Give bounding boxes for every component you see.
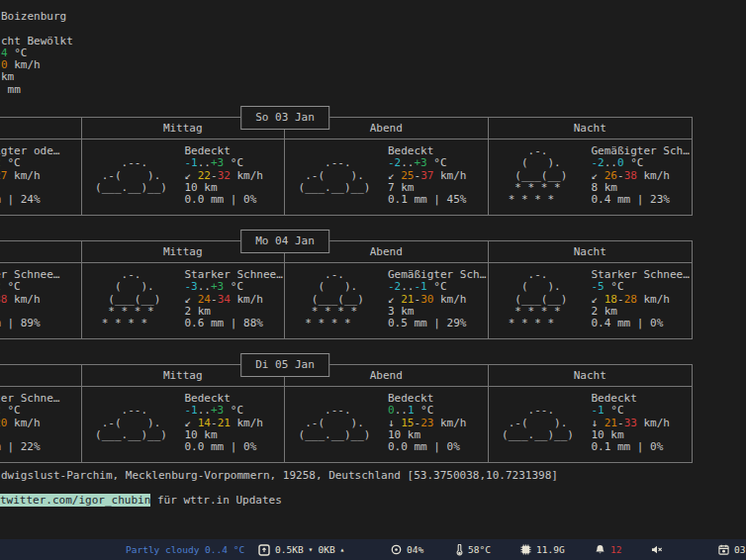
cell-forecast-text: Bedeckt -1..+3 °C ↙ 22-32 km/h 10 km 0.0… <box>185 145 264 206</box>
current-conditions: Boizenburg cht Bewölkt 4 °C 0 km/h km mm <box>1 11 73 96</box>
net-down-arrow-icon: ▾ <box>309 539 314 560</box>
cell-forecast-text: chter Schne… .+2 °C 3-20 km/h km mm | 22… <box>0 393 59 453</box>
forecast-cell: .--. .-( ). (___.__)__) Bedeckt -2..+3 °… <box>285 140 489 215</box>
thermometer-icon <box>456 544 463 556</box>
column-header <box>0 365 82 386</box>
location-line: dwigslust-Parchim, Mecklenburg-Vorpommer… <box>1 470 558 482</box>
temp-value: 58°C <box>468 539 491 560</box>
weather-art: .--. .-( ). (___.__)__) <box>89 145 167 194</box>
weather-art: .-. ( ). (___(__) * * * * * * * * <box>292 269 364 329</box>
follow-text: für wttr.in Updates <box>150 494 281 507</box>
date-box: Di 05 Jan <box>240 353 329 377</box>
forecast-cell: .--. .-( ). (___.__)__) Bedeckt -1..+3 °… <box>82 140 286 215</box>
cell-forecast-text: Bedeckt -1..+3 °C ↙ 14-21 km/h 10 km 0.0… <box>185 393 264 453</box>
memory-icon <box>520 544 531 555</box>
forecast-table: So 03 JanMittagAbendNacht äßigter ode… .… <box>0 117 693 216</box>
weather-art: .--. .-( ). (___.__)__) <box>89 393 167 441</box>
net-up-arrow-icon: ▴ <box>340 539 345 560</box>
forecast-table: Di 05 JanMittagAbendNacht chter Schne… .… <box>0 364 693 463</box>
statusbar-weather-label: Partly cloudy 0..4 °C <box>126 539 244 560</box>
follow-line: twitter.com/igor_chubin für wttr.in Upda… <box>0 495 282 507</box>
weather-art: .-. ( ). (___(__) * * * * * * * * <box>496 145 568 206</box>
forecast-cell: .-. ( ). (___(__) * * * * * * * *Gemäßig… <box>489 140 693 215</box>
statusbar-network[interactable]: 0.5KB ▾ 0KB ▴ <box>258 539 344 560</box>
speaker-muted-icon <box>651 544 663 555</box>
cpu-gauge-icon <box>391 544 402 555</box>
cell-forecast-text: Gemäßigter Sch… -2..-1 °C ↙ 21-30 km/h 3… <box>388 269 486 329</box>
forecast-table: Mo 04 JanMittagAbendNacht rker Schnee… .… <box>0 240 693 339</box>
clock-value: 03 <box>734 539 745 560</box>
status-bar: Partly cloudy 0..4 °C 0.5KB ▾ 0KB ▴ 04% … <box>0 539 746 560</box>
weather-art: .--. .-( ). (___.__)__) <box>292 145 370 194</box>
calendar-clock-icon <box>718 544 729 555</box>
network-icon <box>258 544 270 556</box>
notification-count: 12 <box>610 539 621 560</box>
cell-forecast-text: Bedeckt -2..+3 °C ↙ 25-37 km/h 7 km 0.1 … <box>388 145 467 206</box>
terminal-window: Boizenburg cht Bewölkt 4 °C 0 km/h km mm… <box>0 0 746 539</box>
forecast-cell: .--. .-( ). (___.__)__) Bedeckt 0..1 °C … <box>285 387 489 462</box>
statusbar-weather[interactable]: Partly cloudy 0..4 °C <box>126 539 244 560</box>
weather-art: .--. .-( ). (___.__)__) <box>496 393 574 441</box>
statusbar-volume[interactable] <box>651 539 663 560</box>
column-header <box>0 241 82 262</box>
column-header: Nacht <box>489 118 693 139</box>
net-up-value: 0KB <box>318 539 334 560</box>
cell-forecast-text: Bedeckt -1 °C ↓ 21-33 km/h 10 km 0.1 mm … <box>592 393 671 453</box>
forecast-cell: .--. .-( ). (___.__)__) Bedeckt -1..+3 °… <box>82 387 286 462</box>
bell-icon <box>595 544 606 555</box>
column-header: Nacht <box>489 365 693 386</box>
forecast-cell: .-. ( ). (___(__) * * * * * * * *Starker… <box>82 263 286 338</box>
column-header: Nacht <box>489 241 693 262</box>
cell-forecast-text: Gemäßigter Sch… -2..0 °C ↙ 26-38 km/h 8 … <box>592 145 690 206</box>
cell-forecast-text: äßigter ode… .+2 °C 8-27 km/h m mm | 24% <box>0 145 59 206</box>
statusbar-temperature[interactable]: 58°C <box>456 539 491 560</box>
weather-art: .-. ( ). (___(__) * * * * * * * * <box>496 269 568 329</box>
date-box: So 03 Jan <box>240 106 329 130</box>
forecast-cell: chter Schne… .+2 °C 3-20 km/h km mm | 22… <box>0 387 82 462</box>
date-box: Mo 04 Jan <box>240 230 329 253</box>
forecast-cell: äßigter ode… .+2 °C 8-27 km/h m mm | 24% <box>0 140 82 215</box>
forecast-cell: .--. .-( ). (___.__)__) Bedeckt -1 °C ↓ … <box>489 387 693 462</box>
statusbar-notifications[interactable]: 12 <box>595 539 621 560</box>
twitter-link[interactable]: twitter.com/igor_chubin <box>0 494 150 507</box>
forecast-cell: .-. ( ). (___(__) * * * * * * * *Gemäßig… <box>285 263 489 338</box>
cpu-value: 04% <box>407 539 423 560</box>
cell-forecast-text: rker Schnee… .+2 °C 5-38 km/h m mm | 89% <box>0 269 59 329</box>
weather-art: .--. .-( ). (___.__)__) <box>292 393 370 441</box>
forecast-cell: rker Schnee… .+2 °C 5-38 km/h m mm | 89% <box>0 263 82 338</box>
statusbar-clock[interactable]: 03 <box>718 539 745 560</box>
cell-forecast-text: Starker Schnee… -5 °C ↙ 18-28 km/h 2 km … <box>592 269 690 329</box>
mem-value: 11.9G <box>536 539 565 560</box>
statusbar-memory[interactable]: 11.9G <box>520 539 565 560</box>
cell-forecast-text: Starker Schnee… -3..+3 °C ↙ 24-34 km/h 2… <box>185 269 283 329</box>
net-down-value: 0.5KB <box>275 539 304 560</box>
column-header <box>0 118 82 139</box>
statusbar-cpu[interactable]: 04% <box>391 539 423 560</box>
forecast-cell: .-. ( ). (___(__) * * * * * * * *Starker… <box>489 263 693 338</box>
weather-art: .-. ( ). (___(__) * * * * * * * * <box>89 269 161 329</box>
cell-forecast-text: Bedeckt 0..1 °C ↓ 15-23 km/h 10 km 0.0 m… <box>388 393 467 453</box>
